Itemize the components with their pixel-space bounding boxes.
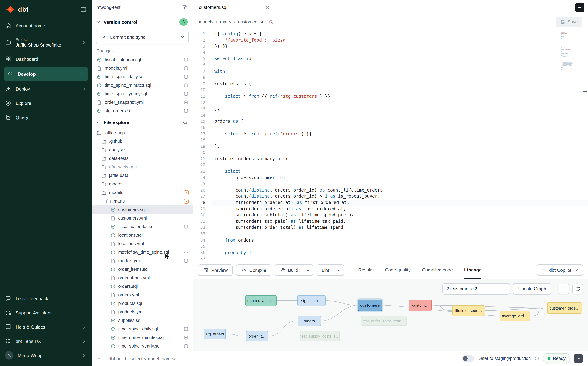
build-button[interactable]: Build (275, 264, 303, 276)
refresh-button[interactable] (572, 283, 583, 294)
tree-item-products-sql[interactable]: products.sql (92, 299, 193, 308)
sidebar-item-support-assistant[interactable]: Support Assistant (0, 305, 92, 320)
tree-item-orders-sql[interactable]: orders.sql (92, 282, 193, 291)
code-line-14[interactable] (211, 112, 588, 118)
tree-item-supplies-sql[interactable]: supplies.sql (92, 316, 193, 325)
commit-and-sync-button[interactable]: Commit and sync (96, 30, 176, 44)
code-line-4[interactable] (211, 50, 588, 56)
changes-item-stg-orders-sql[interactable]: stg_orders.sql (92, 107, 193, 115)
stage-file-icon[interactable] (184, 327, 189, 332)
lineage-node-test_order_items[interactable]: test_order_items_com… (361, 316, 407, 326)
code-line-16[interactable] (211, 125, 588, 131)
sidebar-item-explore[interactable]: Explore (0, 96, 92, 110)
code-line-1[interactable]: {{ config(meta = { (211, 31, 588, 37)
tree-item-models[interactable]: models (92, 188, 193, 197)
tree-item-dbt-packages[interactable]: dbt_packages (92, 163, 193, 171)
sidebar-item-dashboard[interactable]: Dashboard (0, 52, 92, 66)
breadcrumb-item[interactable]: models (199, 20, 213, 24)
lineage-node-lifetime_spend[interactable]: lifetime_spen… (452, 305, 485, 316)
scrollbar-thumb[interactable] (583, 91, 587, 92)
sidebar-item-help-guides[interactable]: Help & Guides (0, 320, 92, 334)
code-line-7[interactable]: with (211, 69, 588, 75)
more-options-button[interactable] (574, 354, 583, 363)
code-line-6[interactable] (211, 62, 588, 69)
changes-item-time-spine-yearly-sql[interactable]: time_spine_yearly.sql (92, 90, 193, 98)
code-line-15[interactable]: orders as ( (211, 119, 588, 125)
breadcrumb-item[interactable]: marts (220, 20, 231, 24)
code-line-12[interactable] (211, 100, 588, 106)
tree-item-fiscal-calendar-sql[interactable]: fiscal_calendar.sql (92, 222, 193, 231)
tab-compiled-code[interactable]: Compiled code (422, 261, 453, 279)
changes-item-fiscal-calendar-sql[interactable]: fiscal_calendar.sql (92, 55, 193, 64)
lineage-node-test_supply[interactable]: test_supply_costs_s… (300, 331, 340, 342)
lineage-node-customer_order[interactable]: customer_orde… (547, 302, 582, 314)
lineage-node-order_items[interactable]: order_it… (246, 331, 268, 342)
code-line-21[interactable]: customer_orders_summary as ( (211, 156, 588, 162)
stage-file-icon[interactable] (184, 108, 189, 113)
lineage-selector-input[interactable] (443, 283, 510, 295)
code-line-19[interactable]: ), (211, 143, 588, 150)
tree-item-jaffle-data[interactable]: jaffle-data (92, 171, 193, 180)
copy-branch-icon[interactable] (183, 5, 188, 10)
version-control-header[interactable]: Version control 8 (92, 15, 193, 28)
stage-file-icon[interactable] (184, 335, 189, 340)
sidebar-item-deploy[interactable]: Deploy (0, 82, 92, 96)
tree-item-order-items-yml[interactable]: order_items.yml (92, 274, 193, 282)
code-line-8[interactable] (211, 75, 588, 81)
code-line-30[interactable]: sum(orders.subtotal) as lifetime_spend_p… (211, 212, 588, 218)
minimap[interactable] (561, 32, 582, 71)
collapse-sidebar-icon[interactable] (80, 6, 87, 13)
stage-file-icon[interactable] (184, 83, 189, 88)
tab-code-quality[interactable]: Code quality (385, 261, 411, 279)
lineage-node-raw_customers[interactable]: ecom.raw_cu… (245, 295, 277, 306)
stage-file-icon[interactable] (184, 57, 189, 62)
file-explorer-header[interactable]: File explorer (92, 116, 193, 128)
lineage-node-orders[interactable]: orders (298, 316, 321, 326)
code-editor[interactable]: 1234567891011121314151617181920212223242… (193, 30, 588, 261)
sidebar-item-user[interactable]: Mirna Wong (0, 348, 92, 362)
tree-item-time-spine-yearly-sql[interactable]: time_spine_yearly.sql (92, 342, 193, 350)
lineage-node-customers_alt[interactable]: custom… (409, 299, 432, 311)
stage-file-icon[interactable] (184, 66, 189, 71)
tree-item-time-spine-daily-sql[interactable]: time_spine_daily.sql (92, 325, 193, 333)
changes-item-time-spine-daily-sql[interactable]: time_spine_daily.sql (92, 72, 193, 81)
tab-lineage[interactable]: Lineage (464, 261, 482, 279)
commit-options-button[interactable] (176, 30, 188, 44)
command-text[interactable]: dbt build --select <model_name> (109, 356, 176, 361)
preview-button[interactable]: Preview (198, 264, 233, 276)
lineage-node-stg_customers[interactable]: stg_custo… (297, 295, 326, 306)
compile-button[interactable]: Compile (236, 264, 271, 276)
lint-options-button[interactable] (334, 264, 344, 276)
code-line-27[interactable]: count(distinct orders.order_id) > 1 as i… (211, 193, 588, 200)
save-button[interactable]: Save (556, 17, 582, 27)
code-content[interactable]: {{ config(meta = { 'favorite_food': 'piz… (211, 30, 588, 261)
code-line-26[interactable]: count(distinct orders.order_id) as count… (211, 187, 588, 193)
code-line-11[interactable]: select * from {{ ref('stg_customers') }} (211, 93, 588, 100)
tree-item-metricflow-time-spine-sql[interactable]: metricflow_time_spine.sql (92, 248, 193, 257)
tree-item-customers-yml[interactable]: customers.yml (92, 214, 193, 222)
lineage-node-stg_orders[interactable]: stg_orders (204, 329, 226, 339)
code-line-18[interactable] (211, 137, 588, 143)
sidebar-item-dbt-labs-dx[interactable]: dbt Labs DX (0, 334, 92, 348)
stage-file-icon[interactable] (184, 74, 189, 79)
tree-item-time-spine-minutes-sql[interactable]: time_spine_minutes.sql (92, 333, 193, 342)
code-line-5[interactable]: select 1 as id (211, 56, 588, 62)
tree-item-orders-yml[interactable]: orders.yml (92, 291, 193, 299)
tree-item-analyses[interactable]: analyses (92, 146, 193, 154)
code-line-17[interactable]: select * from {{ ref('orders') }} (211, 131, 588, 137)
code-line-10[interactable] (211, 87, 588, 93)
close-tab-icon[interactable] (265, 5, 270, 10)
stage-file-icon[interactable] (184, 91, 189, 96)
tree-item-macros[interactable]: macros (92, 180, 193, 188)
code-line-33[interactable] (211, 231, 588, 237)
sidebar-item-project[interactable]: ProjectJaffle Shop Snowflake (0, 33, 92, 52)
sidebar-item-account-home[interactable]: Account home (0, 18, 92, 33)
tree-item--github[interactable]: .github (92, 137, 193, 146)
stage-file-icon[interactable] (184, 344, 189, 349)
code-line-36[interactable]: group by 1 (211, 250, 588, 256)
fullscreen-button[interactable] (558, 283, 569, 294)
tab-customers-sql[interactable]: customers.sql (193, 0, 275, 15)
code-line-29[interactable]: max(orders.ordered_at) as last_ordered_a… (211, 206, 588, 212)
search-icon[interactable] (183, 120, 188, 125)
new-tab-button[interactable] (575, 3, 584, 12)
